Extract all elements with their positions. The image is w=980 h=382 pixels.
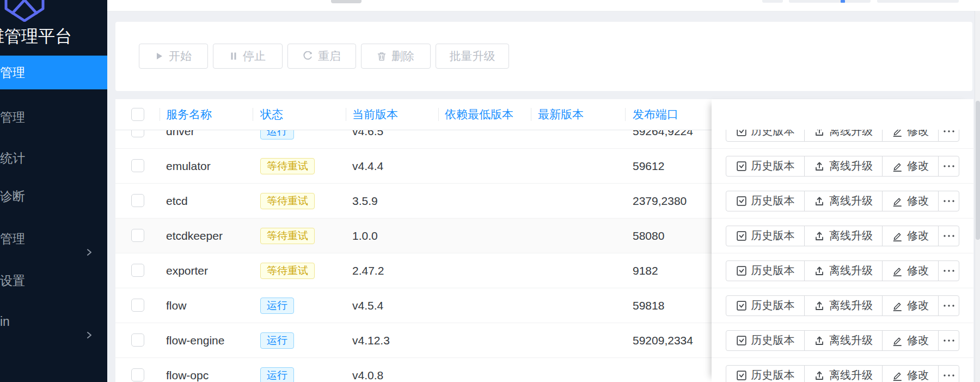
edit-button[interactable]: 修改	[882, 330, 939, 351]
edit-button[interactable]: 修改	[882, 295, 939, 316]
edit-icon	[892, 161, 903, 172]
sidebar-item-diagnosis[interactable]: 诊断	[0, 179, 107, 213]
row-action-group: 历史版本 离线升级 修改	[726, 260, 959, 281]
action-row: 历史版本 离线升级 修改	[712, 184, 973, 219]
edit-button[interactable]: 修改	[882, 260, 939, 281]
status-badge: 运行	[260, 332, 294, 349]
status-badge: 等待重试	[260, 193, 315, 209]
edit-button[interactable]: 修改	[882, 156, 939, 177]
status-badge: 运行	[260, 298, 294, 314]
history-versions-button[interactable]: 历史版本	[726, 191, 805, 211]
current-version-cell: v4.6.5	[352, 130, 383, 148]
history-versions-button[interactable]: 历史版本	[726, 156, 805, 177]
sidebar-item-manage-active[interactable]: 管理	[0, 56, 107, 89]
sidebar-item-admin[interactable]: in	[0, 305, 107, 338]
offline-upgrade-button[interactable]: 离线升级	[804, 226, 883, 246]
upload-icon	[814, 300, 825, 311]
more-actions-button[interactable]	[938, 365, 959, 382]
offline-upgrade-button[interactable]: 离线升级	[804, 191, 883, 211]
row-checkbox[interactable]	[131, 130, 144, 137]
edit-icon	[892, 265, 903, 276]
status-badge: 等待重试	[260, 228, 315, 244]
action-row: 历史版本 离线升级 修改	[712, 219, 973, 253]
row-action-group: 历史版本 离线升级 修改	[726, 226, 959, 246]
service-name-cell: exporter	[166, 253, 208, 288]
pause-icon	[230, 52, 237, 60]
upload-icon	[814, 196, 825, 207]
current-version-cell: v4.12.3	[352, 323, 390, 357]
ellipsis-icon	[943, 234, 955, 238]
more-actions-button[interactable]	[938, 260, 959, 281]
history-versions-button[interactable]: 历史版本	[726, 260, 805, 281]
sidebar-item-manage-submenu[interactable]: 管理	[0, 222, 107, 256]
row-checkbox[interactable]	[131, 334, 144, 347]
action-row: 历史版本 离线升级 修改	[712, 323, 973, 358]
edit-button[interactable]: 修改	[882, 191, 939, 211]
row-checkbox[interactable]	[131, 299, 144, 312]
sidebar-item-settings[interactable]: 设置	[0, 264, 107, 298]
action-row: 历史版本 离线升级 修改	[712, 358, 973, 382]
browser-tab-fragment	[789, 0, 871, 3]
history-versions-button[interactable]: 历史版本	[726, 365, 805, 382]
ellipsis-icon	[943, 130, 955, 133]
more-actions-button[interactable]	[938, 330, 959, 351]
browser-tab-fragment	[877, 0, 959, 3]
batch-upgrade-button[interactable]: 批量升级	[436, 44, 509, 69]
publish-ports-cell: 2379,2380	[633, 184, 687, 218]
more-actions-button[interactable]	[938, 191, 959, 211]
more-actions-button[interactable]	[938, 130, 959, 142]
more-actions-button[interactable]	[938, 156, 959, 177]
scrollbar-thumb[interactable]	[976, 101, 980, 240]
edit-icon	[892, 300, 903, 311]
offline-upgrade-button[interactable]: 离线升级	[804, 156, 883, 177]
status-badge: 等待重试	[260, 158, 315, 174]
service-name-cell: driver	[166, 130, 195, 148]
offline-upgrade-button[interactable]: 离线升级	[804, 365, 883, 382]
row-checkbox[interactable]	[131, 368, 144, 381]
service-name-cell: etcd	[166, 184, 188, 218]
action-row: 历史版本 离线升级 修改	[712, 253, 973, 288]
check-square-icon	[736, 130, 747, 137]
stop-button[interactable]: 停止	[213, 44, 283, 69]
offline-upgrade-button[interactable]: 离线升级	[804, 260, 883, 281]
column-header-latest-version: 最新版本	[538, 99, 584, 130]
delete-button[interactable]: 删除	[361, 44, 431, 69]
edit-button[interactable]: 修改	[882, 365, 939, 382]
row-checkbox[interactable]	[131, 194, 144, 207]
history-versions-button[interactable]: 历史版本	[726, 130, 805, 142]
toolbar: 开始 停止 重启 删除 批量升级	[139, 44, 509, 69]
row-checkbox[interactable]	[131, 264, 144, 277]
vertical-scrollbar[interactable]	[975, 11, 980, 382]
row-checkbox[interactable]	[131, 159, 144, 172]
more-actions-button[interactable]	[938, 226, 959, 246]
offline-upgrade-button[interactable]: 离线升级	[804, 295, 883, 316]
sidebar-item-manage[interactable]: 管理	[0, 100, 107, 134]
service-name-cell: flow-opc	[166, 358, 209, 382]
check-square-icon	[736, 231, 747, 241]
more-actions-button[interactable]	[938, 295, 959, 316]
sidebar: 维管理平台 管理 管理 统计 诊断 管理 设置 in	[0, 0, 107, 382]
restart-button[interactable]: 重启	[287, 44, 356, 69]
history-versions-button[interactable]: 历史版本	[726, 226, 805, 246]
history-versions-button[interactable]: 历史版本	[726, 295, 805, 316]
sidebar-item-statistics[interactable]: 统计	[0, 141, 107, 175]
column-header-service-name: 服务名称	[166, 99, 212, 130]
edit-button[interactable]: 修改	[882, 130, 939, 142]
check-square-icon	[736, 196, 747, 207]
check-square-icon	[736, 265, 747, 276]
upload-icon	[814, 335, 825, 346]
service-name-cell: flow-engine	[166, 323, 224, 357]
delete-icon	[377, 52, 386, 61]
offline-upgrade-button[interactable]: 离线升级	[804, 130, 883, 142]
offline-upgrade-button[interactable]: 离线升级	[804, 330, 883, 351]
row-checkbox[interactable]	[131, 229, 144, 242]
status-cell: 运行	[260, 323, 294, 357]
start-button[interactable]: 开始	[139, 44, 208, 69]
reload-icon	[303, 51, 313, 61]
edit-button[interactable]: 修改	[882, 226, 939, 246]
history-versions-button[interactable]: 历史版本	[726, 330, 805, 351]
action-column-body: 历史版本 离线升级 修改 历史版本 离线升级	[712, 130, 973, 382]
status-cell: 等待重试	[260, 253, 315, 288]
select-all-checkbox[interactable]	[131, 108, 144, 121]
check-square-icon	[736, 335, 747, 346]
